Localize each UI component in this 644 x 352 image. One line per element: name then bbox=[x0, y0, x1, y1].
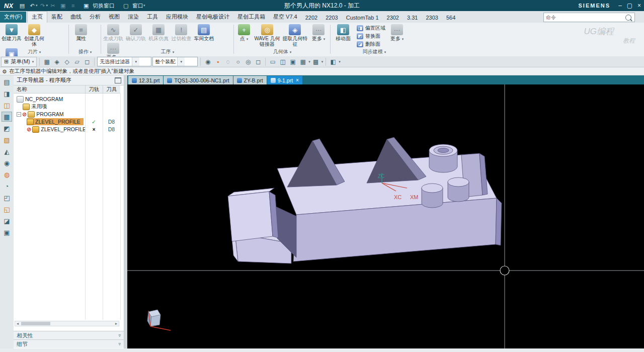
expander-icon[interactable]: − bbox=[17, 112, 21, 117]
tab-assemblies[interactable]: 装配 bbox=[47, 12, 66, 23]
tab-2202[interactable]: 2202 bbox=[301, 13, 321, 23]
geometry-more-button[interactable]: ··· 更多 ▾ bbox=[309, 23, 328, 42]
file-tab-zyb[interactable]: ZY-B.prt bbox=[233, 76, 267, 84]
part-navigator-icon[interactable]: ◫ bbox=[2, 100, 12, 110]
section-dependencies[interactable]: 相关性 ▿ bbox=[14, 331, 124, 339]
assembly-navigator-icon[interactable]: ▤ bbox=[2, 77, 12, 87]
tab-custom[interactable]: CustomTab 1 bbox=[342, 13, 383, 23]
shop-documentation-button[interactable]: ▤ 车间文档 bbox=[193, 23, 214, 41]
group-label-operation[interactable]: 工序 ▾ bbox=[103, 48, 232, 55]
create-tool-button[interactable]: ▼ 创建刀具 bbox=[1, 23, 22, 41]
toolbar-icon-endpoint[interactable]: ◌ bbox=[223, 57, 232, 66]
tab-home[interactable]: 主页 bbox=[27, 11, 47, 23]
tree-row-zlevel-profile-copy[interactable]: ⊘ ZLEVEL_PROFILE_C... × D8 bbox=[14, 126, 120, 133]
group-label-sync[interactable]: 同步建模 ▾ bbox=[332, 48, 417, 55]
system-materials-icon[interactable]: ▣ bbox=[2, 227, 12, 237]
constraint-navigator-icon[interactable]: ◨ bbox=[2, 89, 12, 99]
toolbar-icon-layer[interactable]: ◫ bbox=[278, 57, 287, 66]
group-label-geometry[interactable]: 几何体 ▾ bbox=[235, 48, 329, 55]
selection-filter-dropdown[interactable]: 无选择过滤器▾ bbox=[97, 57, 151, 66]
tab-2303[interactable]: 2303 bbox=[422, 13, 442, 23]
gouge-check-button[interactable]: ! 过切检查 bbox=[171, 23, 192, 41]
toolbar-icon-display-mode[interactable]: ▦ bbox=[298, 57, 307, 66]
copy-icon[interactable]: ▣ bbox=[58, 1, 68, 10]
redo-icon[interactable]: ↷ bbox=[38, 1, 48, 10]
column-header-name[interactable]: 名称 bbox=[14, 85, 85, 94]
roles-icon[interactable]: ◪ bbox=[2, 216, 12, 226]
toolbar-icon-wcs[interactable]: ◉ bbox=[203, 57, 212, 66]
print-icon[interactable]: ≡ bbox=[68, 1, 78, 10]
tab-2203[interactable]: 2203 bbox=[321, 13, 342, 23]
point-button[interactable]: + 点 ▾ bbox=[235, 23, 253, 42]
tab-toolbox[interactable]: 星创工具箱 bbox=[233, 12, 269, 23]
group-label-operations[interactable]: 操作 ▾ bbox=[70, 48, 100, 55]
extract-geometry-button[interactable]: ◈ 提取几何特征 bbox=[282, 23, 308, 47]
hd3d-tools-icon[interactable]: ◉ bbox=[2, 158, 12, 168]
toolbar-icon-grid[interactable]: ◧ bbox=[329, 57, 338, 66]
tab-file[interactable]: 文件(F) bbox=[0, 12, 26, 23]
switch-window-button[interactable]: ▣ 切换窗口 bbox=[78, 1, 118, 11]
tab-render[interactable]: 渲染 bbox=[124, 12, 143, 23]
tab-curve[interactable]: 曲线 bbox=[66, 12, 86, 23]
tree-row-unused[interactable]: 未用项 bbox=[14, 103, 120, 110]
machine-tool-navigator-icon[interactable]: ◩ bbox=[2, 123, 12, 133]
cut-icon[interactable]: ✂ bbox=[48, 1, 58, 10]
file-tab-tqs1[interactable]: TQS1-300-006-NC1.prt bbox=[164, 76, 232, 84]
tab-564[interactable]: 564 bbox=[442, 13, 459, 23]
toolbar-icon-midpoint[interactable]: ○ bbox=[233, 57, 243, 66]
toolbar-icon-select[interactable]: ▦ bbox=[42, 57, 51, 66]
file-tab-1231[interactable]: 12.31.prt bbox=[128, 76, 163, 84]
toolbar-icon-center[interactable]: ◎ bbox=[244, 57, 253, 66]
history-palette-icon[interactable]: ◔ bbox=[2, 181, 12, 191]
tree-row-program[interactable]: − ⊘ PROGRAM bbox=[14, 111, 120, 118]
offset-region-button[interactable]: ◨ 偏置区域 bbox=[356, 24, 386, 32]
section-details[interactable]: 细节 ▿ bbox=[14, 339, 124, 348]
menu-button[interactable]: ⊞ 菜单(M)▾ bbox=[1, 57, 37, 67]
properties-button[interactable]: ≡ 属性 bbox=[70, 23, 92, 41]
reuse-library-icon[interactable]: ▧ bbox=[2, 135, 12, 145]
tab-electrode-design[interactable]: 星创电极设计 bbox=[192, 12, 233, 23]
tab-analysis[interactable]: 分析 bbox=[86, 12, 105, 23]
float-panel-icon[interactable] bbox=[115, 77, 121, 83]
window-button[interactable]: ▢ 窗口▾ bbox=[118, 1, 148, 11]
toolbar-icon-face-select[interactable]: ▱ bbox=[72, 57, 82, 66]
column-header-tool[interactable]: 刀具 bbox=[103, 85, 120, 94]
selection-scope-dropdown[interactable]: 整个装配▾ bbox=[152, 57, 198, 66]
navigator-hscrollbar[interactable]: ◂ ▸ bbox=[15, 321, 119, 326]
tab-331[interactable]: 3.31 bbox=[403, 13, 422, 23]
toolbar-icon-highlight[interactable]: ◇ bbox=[62, 57, 71, 66]
verify-toolpath-button[interactable]: ✓ 确认刀轨 bbox=[125, 23, 146, 41]
toolbar-icon-snap[interactable]: ◈ bbox=[52, 57, 61, 66]
toolbar-icon-body-select[interactable]: ◻ bbox=[83, 57, 92, 66]
machine-simulation-button[interactable]: ▦ 机床仿真 bbox=[148, 23, 169, 41]
maximize-button[interactable]: ▢ bbox=[625, 1, 634, 11]
tab-2302[interactable]: 2302 bbox=[383, 13, 403, 23]
move-face-button[interactable]: ◧ 移动面 bbox=[332, 23, 354, 41]
minimize-button[interactable]: – bbox=[615, 1, 625, 11]
delete-face-button[interactable]: ◪ 删除面 bbox=[356, 40, 386, 48]
scroll-left-icon[interactable]: ◂ bbox=[15, 321, 20, 326]
scrollbar-thumb[interactable] bbox=[21, 322, 50, 325]
tab-application[interactable]: 应用模块 bbox=[162, 12, 192, 23]
tree-row-nc-program[interactable]: NC_PROGRAM bbox=[14, 96, 120, 103]
scroll-right-icon[interactable]: ▸ bbox=[114, 321, 119, 326]
sync-more-button[interactable]: ··· 更多 ▾ bbox=[388, 23, 406, 42]
wave-geometry-linker-button[interactable]: ◎ WAVE 几何链接器 bbox=[254, 23, 280, 47]
replace-face-button[interactable]: ◩ 替换面 bbox=[356, 32, 386, 40]
tree-row-zlevel-profile[interactable]: ZLEVEL_PROFILE ✓ D8 bbox=[14, 118, 120, 125]
graphics-window[interactable]: ZC XC XM bbox=[127, 84, 644, 348]
toolbar-icon-view-orient[interactable]: ▣ bbox=[288, 57, 297, 66]
close-button[interactable]: × bbox=[634, 1, 644, 11]
file-tab-9-1-active[interactable]: 9-1.prt × bbox=[267, 76, 302, 84]
save-icon[interactable]: ▤ bbox=[17, 1, 27, 10]
view-manager-icon[interactable]: ◭ bbox=[2, 146, 12, 156]
toolbar-icon-quadrant[interactable]: ◻ bbox=[254, 57, 263, 66]
command-finder[interactable] bbox=[543, 13, 635, 22]
close-tab-icon[interactable]: × bbox=[296, 77, 299, 83]
column-header-toolpath[interactable]: 刀轨 bbox=[85, 85, 103, 94]
generate-toolpath-button[interactable]: ∿ 生成刀轨 bbox=[103, 23, 124, 41]
tab-tools[interactable]: 工具 bbox=[143, 12, 162, 23]
toolbar-icon-shading[interactable]: ▩ bbox=[311, 57, 320, 66]
create-geometry-button[interactable]: ◆ 创建几何体 bbox=[24, 23, 45, 47]
manufacturing-wizard-icon[interactable]: ◱ bbox=[2, 204, 12, 214]
